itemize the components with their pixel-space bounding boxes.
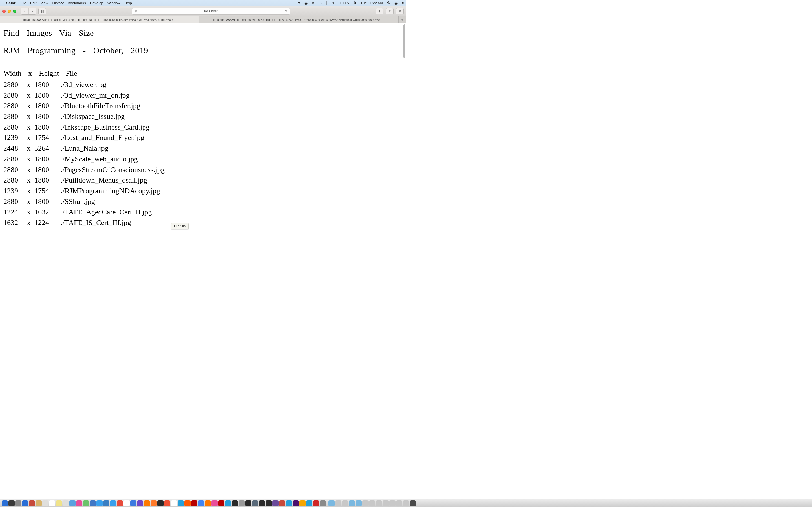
- row-file: ./Diskspace_Issue.jpg: [61, 111, 125, 122]
- add-page-icon[interactable]: ⊕: [135, 9, 137, 13]
- row-file: ./TAFE_IS_Cert_III.jpg: [61, 217, 131, 228]
- share-button[interactable]: ⇪: [386, 8, 394, 14]
- row-file: ./Lost_and_Found_Flyer.jpg: [61, 132, 144, 143]
- columns-header: Width x Height File: [3, 69, 403, 78]
- back-button[interactable]: ‹: [21, 8, 29, 14]
- row-separator: x: [23, 111, 35, 122]
- row-separator: x: [23, 217, 35, 228]
- row-separator: x: [23, 90, 35, 101]
- safari-toolbar: ‹ › ◧ ⊕ localhost ↻ ⬇ ⇪ ⧉: [0, 6, 406, 16]
- result-row: 2880x1800 ./BluetoothFileTransfer.jpg: [3, 101, 403, 111]
- forward-button[interactable]: ›: [29, 8, 36, 14]
- row-height: 1800: [35, 165, 55, 175]
- menu-view[interactable]: View: [41, 1, 49, 5]
- new-tab-button[interactable]: ＋: [399, 16, 406, 23]
- sidebar-toggle-button[interactable]: ◧: [38, 8, 46, 14]
- row-width: 2880: [3, 122, 23, 133]
- row-separator: x: [23, 132, 35, 143]
- row-separator: x: [23, 207, 35, 217]
- clock[interactable]: Tue 11:22 am: [361, 1, 383, 5]
- macos-menubar: Safari File Edit View History Bookmarks …: [0, 0, 406, 6]
- row-height: 1754: [35, 132, 55, 143]
- row-width: 2880: [3, 79, 23, 90]
- row-separator: x: [23, 154, 35, 165]
- zoom-window-button[interactable]: [13, 10, 16, 13]
- row-width: 2880: [3, 165, 23, 175]
- result-row: 2880x1800 ./Puilldown_Menus_qsall.jpg: [3, 175, 403, 186]
- row-width: 2880: [3, 154, 23, 165]
- row-height: 1800: [35, 90, 55, 101]
- row-width: 2880: [3, 111, 23, 122]
- menu-edit[interactable]: Edit: [30, 1, 36, 5]
- row-height: 3264: [35, 143, 55, 154]
- bluetooth-icon[interactable]: ᚼ: [326, 1, 328, 5]
- row-file: ./Inkscape_Business_Card.jpg: [61, 122, 150, 133]
- row-height: 1800: [35, 79, 55, 90]
- menuextra-icon[interactable]: M: [312, 1, 315, 5]
- result-row: 2880x1800 ./3d_viewer.jpg: [3, 79, 403, 90]
- airplay-icon[interactable]: ▭: [318, 1, 322, 5]
- reload-icon[interactable]: ↻: [285, 9, 287, 13]
- row-height: 1800: [35, 196, 55, 207]
- row-file: ./RJMProgrammingNDAcopy.jpg: [61, 186, 160, 196]
- browser-tab[interactable]: localhost:8888/find_images_via_size.php?…: [0, 16, 199, 23]
- row-file: ./3d_viewer_mr_on.jpg: [61, 90, 130, 101]
- tab-label: localhost:8888/find_images_via_size.php?…: [213, 18, 385, 21]
- results-list: 2880x1800 ./3d_viewer.jpg2880x1800 ./3d_…: [3, 79, 403, 228]
- row-file: ./Luna_Nala.jpg: [61, 143, 109, 154]
- row-file: ./MyScale_web_audio.jpg: [61, 154, 138, 165]
- menu-bookmarks[interactable]: Bookmarks: [68, 1, 86, 5]
- row-file: ./TAFE_AgedCare_Cert_II.jpg: [61, 207, 152, 217]
- minimize-window-button[interactable]: [8, 10, 11, 13]
- page-title: Find Images Via Size: [3, 28, 403, 38]
- page-subtitle: RJM Programming - October, 2019: [3, 46, 403, 55]
- row-file: ./PagesStreamOfConsciousness.jpg: [61, 165, 165, 175]
- web-content: Find Images Via Size RJM Programming - O…: [0, 23, 406, 245]
- row-separator: x: [23, 122, 35, 133]
- result-row: 2880x1800 ./Inkscape_Business_Card.jpg: [3, 122, 403, 133]
- window-controls: [2, 10, 16, 13]
- menu-develop[interactable]: Develop: [90, 1, 103, 5]
- browser-tab[interactable]: localhost:8888/find_images_via_size.php?…: [199, 16, 399, 23]
- row-file: ./3d_viewer.jpg: [61, 79, 107, 90]
- row-separator: x: [23, 79, 35, 90]
- battery-percent[interactable]: 100%: [340, 1, 349, 5]
- downloads-button[interactable]: ⬇: [375, 8, 384, 14]
- scrollbar-thumb[interactable]: [403, 24, 405, 58]
- row-height: 1800: [35, 154, 55, 165]
- battery-icon[interactable]: 🔋︎: [353, 1, 357, 5]
- row-width: 2880: [3, 196, 23, 207]
- address-bar[interactable]: ⊕ localhost ↻: [132, 8, 290, 15]
- row-width: 2448: [3, 143, 23, 154]
- row-height: 1800: [35, 111, 55, 122]
- row-width: 1239: [3, 132, 23, 143]
- tab-label: localhost:8888/find_images_via_size.php?…: [23, 18, 175, 21]
- row-width: 1224: [3, 207, 23, 217]
- siri-icon[interactable]: ◉: [395, 1, 398, 5]
- menu-window[interactable]: Window: [107, 1, 120, 5]
- result-row: 2880x1800 ./Diskspace_Issue.jpg: [3, 111, 403, 122]
- row-file: ./SShuh.jpg: [61, 196, 95, 207]
- wifi-icon[interactable]: ᯤ: [332, 1, 336, 5]
- spotlight-icon[interactable]: 🔍︎: [387, 1, 391, 5]
- tabs-overview-button[interactable]: ⧉: [396, 8, 404, 14]
- menu-help[interactable]: Help: [124, 1, 132, 5]
- result-row: 1632x1224 ./TAFE_IS_Cert_III.jpg: [3, 217, 403, 228]
- app-name[interactable]: Safari: [6, 1, 16, 5]
- menuextra-icon[interactable]: ◉: [305, 1, 308, 5]
- result-row: 1239x1754 ./RJMProgrammingNDAcopy.jpg: [3, 186, 403, 196]
- row-height: 1800: [35, 175, 55, 186]
- result-row: 2880x1800 ./SShuh.jpg: [3, 196, 403, 207]
- row-width: 2880: [3, 101, 23, 111]
- row-separator: x: [23, 186, 35, 196]
- menu-file[interactable]: File: [20, 1, 26, 5]
- menu-history[interactable]: History: [52, 1, 63, 5]
- nav-buttons: ‹ ›: [21, 8, 36, 15]
- close-window-button[interactable]: [2, 10, 6, 13]
- row-height: 1800: [35, 101, 55, 111]
- row-width: 1239: [3, 186, 23, 196]
- menuextra-icon[interactable]: ⚑: [297, 1, 301, 5]
- notification-center-icon[interactable]: ≡: [402, 1, 404, 5]
- address-text: localhost: [137, 9, 285, 13]
- result-row: 2448x3264 ./Luna_Nala.jpg: [3, 143, 403, 154]
